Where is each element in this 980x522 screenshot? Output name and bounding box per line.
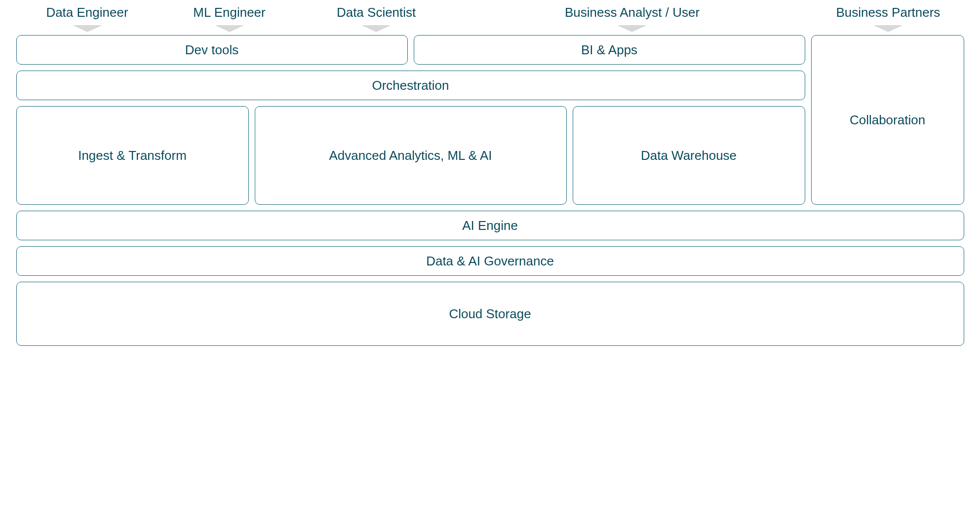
persona-data-engineer: Data Engineer (16, 5, 158, 32)
chevron-down-icon (617, 25, 647, 32)
chevron-down-icon (361, 25, 391, 32)
layer-ingest-transform: Ingest & Transform (16, 106, 249, 205)
persona-label: Business Partners (836, 5, 940, 20)
architecture-diagram: Data Engineer ML Engineer Data Scientist… (16, 5, 964, 346)
layer-grid: Dev tools BI & Apps Collaboration Orches… (16, 35, 964, 346)
layer-advanced-analytics-ml-ai: Advanced Analytics, ML & AI (255, 106, 567, 205)
persona-business-partners: Business Partners (812, 5, 964, 32)
persona-label: ML Engineer (193, 5, 265, 20)
layer-ai-engine: AI Engine (16, 211, 964, 240)
chevron-down-icon (215, 25, 244, 32)
layer-collaboration: Collaboration (811, 35, 964, 205)
layer-dev-tools: Dev tools (16, 35, 408, 65)
chevron-down-icon (73, 25, 102, 32)
layer-cloud-storage: Cloud Storage (16, 282, 964, 346)
layer-orchestration: Orchestration (16, 71, 805, 100)
persona-label: Data Engineer (46, 5, 128, 20)
chevron-down-icon (873, 25, 903, 32)
layer-data-warehouse: Data Warehouse (573, 106, 805, 205)
layer-bi-apps: BI & Apps (414, 35, 805, 65)
persona-row: Data Engineer ML Engineer Data Scientist… (16, 5, 964, 32)
layer-data-ai-governance: Data & AI Governance (16, 246, 964, 276)
persona-business-analyst-user: Business Analyst / User (452, 5, 813, 32)
persona-ml-engineer: ML Engineer (158, 5, 301, 32)
persona-label: Data Scientist (337, 5, 416, 20)
persona-data-scientist: Data Scientist (301, 5, 452, 32)
persona-label: Business Analyst / User (565, 5, 700, 20)
